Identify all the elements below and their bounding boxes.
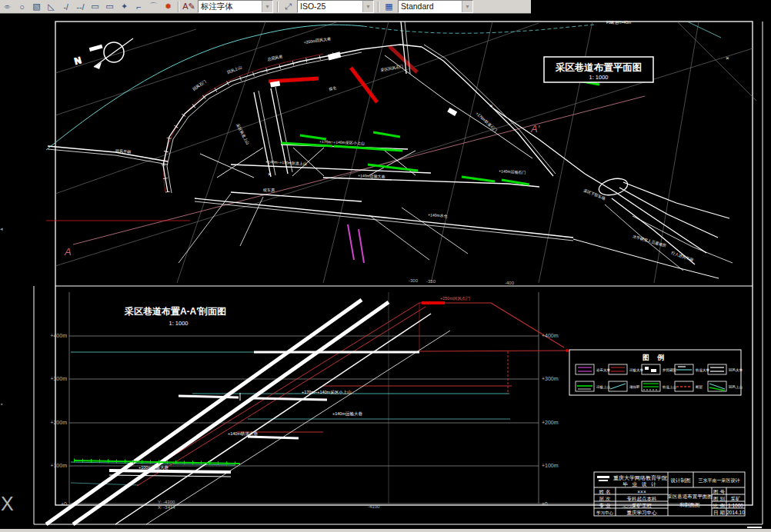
svg-text:学习中心: 学习中心	[596, 510, 614, 515]
section-marker-a-prime: A′	[530, 123, 540, 135]
elevation-label: +300m	[50, 376, 67, 381]
trim-icon[interactable]: -/	[58, 1, 73, 12]
cell-design: 设计制图	[671, 477, 691, 483]
svg-text:比 例: 比 例	[713, 503, 725, 509]
tunnel-label: +100m运输大巷	[139, 465, 169, 470]
stretch-icon[interactable]: ▧	[29, 1, 44, 12]
drawing-name: 采区巷道布置平面图	[667, 494, 713, 499]
table-style-combo[interactable]: Standard ▼	[398, 0, 473, 13]
legend-item-label: 溜煤眼	[629, 384, 640, 389]
toolbar-separator	[178, 2, 179, 12]
elevation-label: ±0	[61, 501, 67, 507]
north-arrow: N	[73, 38, 133, 69]
move-icon[interactable]: ⌯	[0, 1, 15, 12]
dim-style-combo[interactable]: ISO-25 ▼	[297, 0, 374, 13]
coordinate-label: Y: -4300	[158, 500, 175, 504]
tunnel-label: 回风上山	[226, 65, 242, 75]
school-name: 重庆大学网络教育学院	[613, 474, 667, 481]
coordinate-label: -4100	[368, 504, 380, 509]
contour-lines	[46, 22, 721, 485]
svg-text:专科起点本科: 专科起点本科	[627, 496, 658, 502]
svg-text:采矿: 采矿	[731, 496, 742, 501]
plan-title-box: 采区巷道布置平面图 1: 1000	[544, 57, 653, 82]
rotate-icon[interactable]: ○	[15, 1, 29, 12]
dim-style-value: ISO-25	[298, 1, 362, 12]
drawing-canvas[interactable]: N ××× A A′ 采区巷道布置平面图 1: 1000 采区巷道布置A-A′剖…	[0, 0, 771, 532]
elevation-label: +300m	[542, 376, 559, 381]
chevron-down-icon[interactable]: ▼	[362, 1, 373, 12]
coordinate-label: X: -3414	[158, 505, 175, 510]
elevation-label: +100m	[542, 463, 559, 468]
svg-text:2014.10: 2014.10	[726, 510, 745, 515]
chevron-down-icon[interactable]: ▼	[462, 1, 472, 12]
tunnel-label: F9断层H=40m	[606, 20, 631, 25]
explode-icon[interactable]: ✹	[161, 1, 175, 12]
elevation-label: +100m	[50, 463, 67, 468]
compass-n-label: N	[73, 55, 82, 67]
legend-item-label: 断层	[696, 385, 703, 389]
scale-icon[interactable]: ◺	[44, 1, 58, 12]
window-bottom-edge	[0, 529, 771, 532]
chamfer-icon[interactable]: ⌐	[132, 1, 146, 12]
svg-text:采矿工程: 采矿工程	[632, 503, 653, 508]
tunnel-label: +250m回风石门	[440, 296, 470, 301]
command-area-x: X	[1, 493, 14, 515]
plan-scale: 1: 1000	[589, 74, 608, 81]
cell-topic: 三水平南一采区设计	[699, 477, 740, 483]
elevation-label: +400m	[542, 333, 559, 338]
coordinate-label: -350	[426, 279, 436, 284]
point-markers: ×××	[268, 55, 729, 178]
table-style-value: Standard	[399, 1, 462, 12]
section-title-group: 采区巷道布置A-A′剖面图 1: 1000	[124, 306, 226, 327]
elevation-label: ±0	[542, 501, 548, 507]
scrollbar-fragment[interactable]	[747, 527, 762, 528]
svg-text:1:1000: 1:1000	[728, 503, 743, 508]
plan-title: 采区巷道布置平面图	[556, 62, 642, 73]
break-icon[interactable]: ▭	[102, 1, 117, 12]
chevron-down-icon[interactable]: ▼	[262, 1, 272, 12]
svg-text:日 期: 日 期	[713, 510, 725, 515]
table-style-icon[interactable]: ▦	[382, 1, 396, 12]
text-style-icon[interactable]: A✎	[182, 1, 196, 12]
text-style-combo[interactable]: 标注字体 ▼	[198, 0, 273, 13]
tunnel-label: 水平硐室人员避难所	[632, 234, 667, 248]
tunnel-label: 绞车房	[263, 188, 275, 192]
svg-text:重庆学习中心: 重庆学习中心	[627, 510, 658, 515]
dimension-style-icon[interactable]: ⤢	[281, 1, 295, 12]
svg-text:层 次: 层 次	[599, 496, 611, 501]
svg-text:专 业: 专 业	[599, 503, 611, 508]
svg-text:×: ×	[489, 102, 493, 109]
tunnel-label: 行人进风平硐	[670, 250, 694, 263]
svg-text:×××: ×××	[637, 489, 646, 494]
toolbar-separator	[378, 2, 379, 12]
left-edge-arrow-icon[interactable]: ◂	[0, 226, 3, 232]
legend-item-label: 轨道上山	[663, 385, 676, 389]
elevation-labels: +400m+400m+300m+300m+200m+200m+100m+100m…	[50, 333, 558, 507]
section-title: 采区巷道布置A-A′剖面图	[124, 306, 226, 317]
section-marker-a: A	[64, 246, 72, 258]
tunnel-label: 采区下部车场	[582, 188, 606, 201]
tunnel-label: +140m运输大巷	[332, 411, 362, 417]
tunnel-label: 回风石门	[192, 78, 207, 91]
legend-title: 图 例	[642, 354, 668, 361]
break-at-point-icon[interactable]: ▭	[88, 1, 102, 12]
legend-item-label: 回风上山	[729, 384, 743, 389]
elevation-label: +200m	[50, 420, 67, 425]
modify-toolbar-icons: ⌯○▧◺-/--/▭▭✦⌐⌒✹	[0, 0, 175, 13]
text-style-value: 标注字体	[199, 1, 262, 12]
tunnel-label: +250m回风大巷	[303, 36, 331, 45]
join-icon[interactable]: ✦	[117, 1, 132, 12]
coal-seam-stripes	[46, 300, 450, 524]
extend-icon[interactable]: --/	[73, 1, 88, 12]
elevation-label: +400m	[50, 333, 67, 338]
fillet-icon[interactable]: ⌒	[146, 1, 161, 12]
left-edge-mark-icon[interactable]: ▪	[1, 401, 2, 407]
tunnel-label: 煤仓	[329, 85, 337, 91]
legend: 图 例 岩石大巷运输大巷井筒硐室轨道大巷回风大巷运输上山溜煤眼轨道上山断层回风上…	[569, 350, 743, 395]
highlighted-tunnels	[74, 80, 599, 464]
tunnel-label: +170m~+140m采区小上山	[319, 139, 365, 145]
tunnel-label: 总回风巷	[267, 54, 283, 62]
tunnel-label: 采区回风石门	[380, 64, 404, 73]
coordinate-label: -400	[505, 281, 515, 285]
toolbar: ⌯○▧◺-/--/▭▭✦⌐⌒✹ A✎ 标注字体 ▼ ⤢ ISO-25 ▼ ▦ S…	[0, 0, 531, 14]
